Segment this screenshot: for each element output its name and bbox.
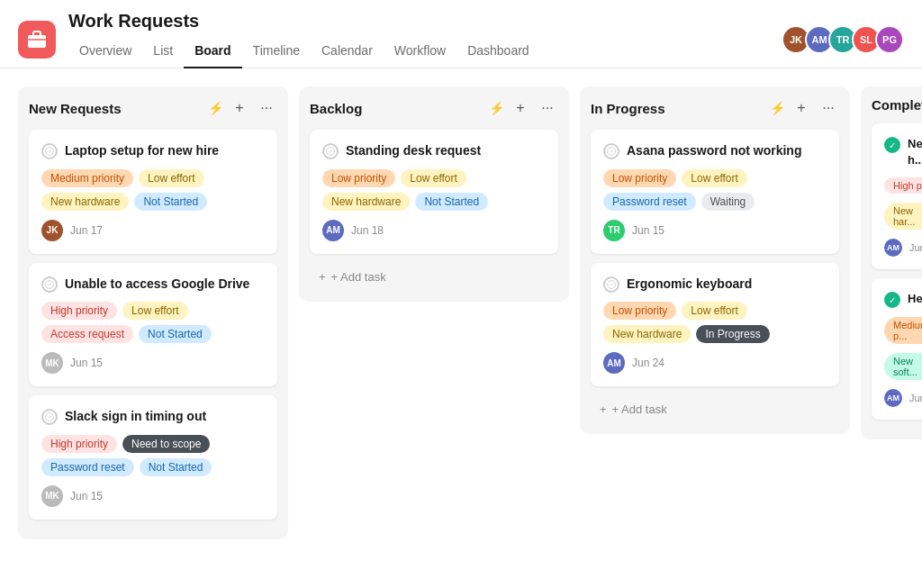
card-asana-password[interactable]: Asana password not working Low priority … <box>591 130 839 254</box>
more-button-new-requests[interactable]: ··· <box>256 97 277 119</box>
tag-new-hardware-7[interactable]: New har... <box>884 203 922 230</box>
tag-high-priority-2[interactable]: High priority <box>41 302 117 320</box>
column-title-new-requests: New Requests <box>29 101 203 116</box>
card-tags-7b: New har... <box>884 203 922 230</box>
tag-password-reset-5[interactable]: Password reset <box>603 193 696 211</box>
add-button-backlog[interactable]: + <box>510 97 531 119</box>
tag-low-effort-5[interactable]: Low effort <box>682 169 746 187</box>
card-date-6: Jun 24 <box>632 357 664 369</box>
card-tags-4: Low priority Low effort New hardware Not… <box>322 169 546 211</box>
tag-in-progress-6[interactable]: In Progress <box>696 325 769 343</box>
card-check-8[interactable] <box>884 292 900 308</box>
card-title-7: New h... <box>908 136 922 168</box>
app-header: Work Requests Overview List Board Timeli… <box>0 0 922 68</box>
column-header-new-requests: New Requests ⚡ + ··· <box>29 97 277 119</box>
tag-low-priority-4[interactable]: Low priority <box>322 169 395 187</box>
tag-low-effort-6[interactable]: Low effort <box>682 302 746 320</box>
card-check-4[interactable] <box>322 143 339 159</box>
tag-not-started-4[interactable]: Not Started <box>415 193 488 211</box>
user-avatars: JK AM TR SL PG <box>782 25 904 54</box>
card-check-7[interactable] <box>884 137 900 153</box>
tab-timeline[interactable]: Timeline <box>242 38 311 68</box>
tag-medium-priority-8[interactable]: Medium p... <box>884 317 922 344</box>
card-google-drive[interactable]: Unable to access Google Drive High prior… <box>29 263 277 387</box>
column-title-completed: Completed <box>872 97 922 113</box>
tag-high-priority-7[interactable]: High pri... <box>884 177 922 194</box>
card-check-3[interactable] <box>41 409 58 425</box>
tag-medium-priority-1[interactable]: Medium priority <box>41 169 133 187</box>
tab-board[interactable]: Board <box>184 38 241 68</box>
card-title-1: Laptop setup for new hire <box>65 142 219 160</box>
card-ergonomic-keyboard[interactable]: Ergonomic keyboard Low priority Low effo… <box>591 263 839 387</box>
add-task-icon-backlog: + <box>319 270 326 284</box>
tag-password-reset-3[interactable]: Password reset <box>41 458 134 476</box>
tag-new-hardware-1[interactable]: New hardware <box>41 193 129 211</box>
card-tags-5: Low priority Low effort Password reset W… <box>603 169 827 211</box>
card-check-5[interactable] <box>603 143 619 159</box>
card-date-1: Jun 17 <box>70 224 103 237</box>
tag-low-effort-4[interactable]: Low effort <box>401 169 466 187</box>
add-button-new-requests[interactable]: + <box>229 97 250 119</box>
bolt-icon-in-progress[interactable]: ⚡ <box>770 101 785 115</box>
avatar-5[interactable]: PG <box>875 25 904 54</box>
card-tags-8: Medium p... <box>884 317 922 344</box>
tab-workflow[interactable]: Workflow <box>384 38 456 68</box>
tag-need-to-scope-3[interactable]: Need to scope <box>122 435 210 453</box>
card-date-8: Jun 2... <box>909 393 922 403</box>
card-tags-7: High pri... <box>884 177 922 194</box>
bolt-icon-backlog[interactable]: ⚡ <box>489 101 504 115</box>
card-avatar-8: AM <box>884 389 902 407</box>
card-completed-2[interactable]: Heatr... Medium p... New soft... AM Jun … <box>872 278 922 420</box>
tab-dashboard[interactable]: Dashboard <box>456 38 540 68</box>
more-button-in-progress[interactable]: ··· <box>818 97 839 119</box>
card-title-6: Ergonomic keyboard <box>627 276 752 294</box>
add-task-in-progress[interactable]: + + Add task <box>591 395 839 423</box>
column-title-backlog: Backlog <box>310 101 484 116</box>
tag-not-started-2[interactable]: Not Started <box>139 325 212 343</box>
card-tags-1: Medium priority Low effort New hardware … <box>41 169 265 211</box>
card-avatar-5: TR <box>603 220 625 241</box>
tab-calendar[interactable]: Calendar <box>311 38 384 68</box>
card-standing-desk[interactable]: Standing desk request Low priority Low e… <box>310 130 558 254</box>
tag-new-hardware-6[interactable]: New hardware <box>603 325 691 343</box>
card-check-6[interactable] <box>603 276 619 293</box>
card-check-1[interactable] <box>41 143 58 159</box>
card-date-2: Jun 15 <box>70 357 103 369</box>
tag-new-hardware-4[interactable]: New hardware <box>322 193 410 211</box>
tag-low-effort-2[interactable]: Low effort <box>122 302 187 320</box>
card-tags-6: Low priority Low effort New hardware In … <box>603 302 827 343</box>
tag-not-started-3[interactable]: Not Started <box>140 458 212 476</box>
bolt-icon-new-requests[interactable]: ⚡ <box>208 101 223 115</box>
card-date-7: Jun 1... <box>909 242 922 253</box>
header-title-nav: Work Requests Overview List Board Timeli… <box>68 11 769 68</box>
add-button-in-progress[interactable]: + <box>791 97 812 119</box>
card-tags-8b: New soft... <box>884 353 922 380</box>
column-header-backlog: Backlog ⚡ + ··· <box>310 97 558 119</box>
column-title-in-progress: In Progress <box>591 101 764 116</box>
card-date-5: Jun 15 <box>632 224 664 237</box>
card-avatar-7: AM <box>884 239 902 257</box>
tag-low-effort-1[interactable]: Low effort <box>139 169 203 187</box>
column-backlog: Backlog ⚡ + ··· Standing desk request Lo… <box>299 86 569 302</box>
card-laptop-setup[interactable]: Laptop setup for new hire Medium priorit… <box>29 130 277 254</box>
more-button-backlog[interactable]: ··· <box>537 97 558 119</box>
tag-low-priority-6[interactable]: Low priority <box>603 302 676 320</box>
card-title-5: Asana password not working <box>627 142 801 160</box>
card-slack-signin[interactable]: Slack sign in timing out High priority N… <box>29 395 277 520</box>
card-completed-1[interactable]: New h... High pri... New har... AM Jun 1… <box>872 123 922 269</box>
add-task-backlog[interactable]: + + Add task <box>310 263 558 291</box>
card-avatar-6: AM <box>603 352 625 374</box>
tag-new-software-8[interactable]: New soft... <box>884 353 922 380</box>
tag-high-priority-3[interactable]: High priority <box>41 435 117 453</box>
tab-overview[interactable]: Overview <box>68 38 142 68</box>
column-completed: Completed New h... High pri... New har..… <box>861 86 922 439</box>
app-icon <box>18 21 56 59</box>
tag-low-priority-5[interactable]: Low priority <box>603 169 676 187</box>
tag-waiting-5[interactable]: Waiting <box>701 193 755 211</box>
card-check-2[interactable] <box>41 276 58 293</box>
tab-list[interactable]: List <box>142 38 184 68</box>
tag-access-request-2[interactable]: Access request <box>41 325 133 343</box>
tag-not-started-1[interactable]: Not Started <box>134 193 207 211</box>
column-new-requests: New Requests ⚡ + ··· Laptop setup for ne… <box>18 86 288 539</box>
card-date-4: Jun 18 <box>351 224 384 237</box>
